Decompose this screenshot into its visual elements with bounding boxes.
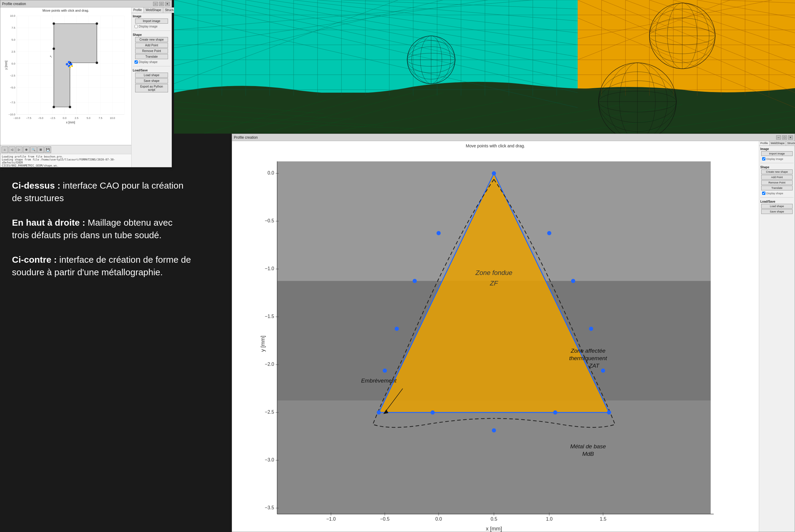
export-python-button-1[interactable]: Export as Python script [135,84,168,92]
minimize-button-1[interactable]: ─ [153,2,158,6]
display-shape-checkbox-2[interactable] [762,192,765,195]
close-button-2[interactable]: ✕ [788,135,793,139]
text-block-2: En haut à droite : Maillage obtenu avec … [12,216,191,242]
svg-text:−1.0: −1.0 [265,266,274,271]
profile-creation-window-2: Profile creation ─ □ ✕ Move points with … [232,134,795,532]
plot-svg-1: 10.0 7.5 5.0 2.5 0.0 −2.5 −5.0 −7.5 −10.… [5,13,130,127]
import-image-button-1[interactable]: Import image [135,19,168,24]
svg-point-168 [431,410,435,415]
load-shape-button-1[interactable]: Load shape [135,73,168,78]
weld-plot-svg: Zone fondue ZF Zone affectée thermiqueme… [259,149,732,532]
shape-section-1: Shape Create new shape Add Point Remove … [132,32,172,65]
svg-text:−7.5: −7.5 [26,117,32,119]
svg-point-167 [377,410,381,415]
svg-text:7.5: 7.5 [99,117,102,119]
svg-text:−1.5: −1.5 [265,314,274,319]
zoom-out-button[interactable]: 🔍 [30,147,37,153]
log-area-1: Loading profile from file bouchon.pro. L… [0,154,131,167]
tab-profile-1[interactable]: Profile [132,7,144,13]
maximize-button-2[interactable]: □ [782,135,787,139]
add-point-button-2[interactable]: Add Point [761,175,793,179]
svg-text:0.0: 0.0 [268,170,274,175]
svg-text:5.0: 5.0 [11,38,15,41]
import-image-button-2[interactable]: Import image [761,151,793,156]
image-section-2: Image Import image Display image [759,146,795,162]
label2-bold: En haut à droite : [12,217,85,227]
text-area: Ci-dessus : interface CAO pour la créati… [0,170,203,300]
svg-text:−10.0: −10.0 [8,113,15,116]
profile-creation-window-1: Profile creation ─ □ ✕ Move points with … [0,0,172,167]
tab-weldshape-1[interactable]: WeldShape [144,7,163,13]
svg-point-164 [413,279,417,283]
remove-point-button-1[interactable]: Remove Point [135,49,168,54]
svg-text:−0.5: −0.5 [265,218,274,223]
display-shape-row-1: Display shape [133,60,170,64]
svg-text:0.0: 0.0 [63,117,67,119]
create-new-shape-button-1[interactable]: Create new shape [135,37,168,42]
create-new-shape-button-2[interactable]: Create new shape [761,169,793,174]
svg-rect-56 [578,0,795,96]
svg-point-47 [66,63,68,65]
svg-point-173 [589,327,593,331]
svg-point-49 [70,63,72,65]
svg-text:10.0: 10.0 [10,14,15,17]
svg-text:−5.0: −5.0 [10,86,15,89]
tab-weldshape-2[interactable]: WeldShape [770,141,786,146]
svg-text:0.0: 0.0 [11,62,15,65]
load-save-section-2: Load/Save Load shape Save shape [759,198,795,215]
right-panel-2: Profile WeldShape Structure Image Import… [759,141,795,532]
svg-text:ZF: ZF [490,280,498,287]
svg-text:thermiquement: thermiquement [569,355,607,361]
load-save-section-1: Load/Save Load shape Save shape Export a… [132,67,172,94]
svg-point-169 [492,428,496,433]
titlebar-1: Profile creation ─ □ ✕ [0,0,172,7]
svg-text:1.5: 1.5 [600,516,606,521]
back-tool-button[interactable]: ◁ [9,147,15,153]
image-section-label: Image [133,15,170,18]
mesh-visualization [174,0,795,134]
svg-text:Métal de base: Métal de base [570,443,606,450]
svg-point-166 [383,368,387,373]
svg-text:1.0: 1.0 [546,516,552,521]
svg-point-175 [547,231,551,235]
svg-text:−0.5: −0.5 [380,516,390,521]
minimize-button-2[interactable]: ─ [776,135,781,139]
display-shape-checkbox-1[interactable] [135,60,138,64]
display-image-checkbox-1[interactable] [135,25,138,28]
display-image-checkbox-2[interactable] [762,157,765,160]
svg-text:x [mm]: x [mm] [486,526,502,532]
canvas-area-2: Move points with click and drag. [232,141,759,532]
svg-point-52 [69,66,71,68]
remove-point-button-2[interactable]: Remove Point [761,180,793,185]
svg-text:5.0: 5.0 [87,117,91,119]
display-image-row-2: Display image [760,157,794,161]
load-shape-button-2[interactable]: Load shape [761,204,793,209]
titlebar-2: Profile creation ─ □ ✕ [232,134,795,141]
tab-structure-2[interactable]: Structure [786,141,795,146]
svg-point-174 [571,279,575,283]
svg-text:Zone fondue: Zone fondue [475,269,512,277]
translate-button-2[interactable]: Translate [761,186,793,190]
forward-tool-button[interactable]: ▷ [16,147,22,153]
save-shape-button-1[interactable]: Save shape [135,78,168,83]
add-point-button-1[interactable]: Add Point [135,43,168,48]
window-title-2: Profile creation [234,135,258,139]
home-tool-button[interactable]: ⌂ [1,147,8,153]
tab-profile-2[interactable]: Profile [759,141,770,146]
close-button-1[interactable]: ✕ [165,2,170,6]
translate-button-1[interactable]: Translate [135,54,168,59]
svg-rect-160 [277,400,711,514]
right-panel-1: Profile WeldShape Structure Image Import… [131,7,172,167]
svg-text:Embrèvement: Embrèvement [361,378,397,384]
shape-section-label-2: Shape [760,166,794,169]
pan-button[interactable]: ⊞ [37,147,44,153]
svg-point-170 [553,410,557,415]
save-shape-button-2[interactable]: Save shape [761,209,793,214]
svg-text:−7.5: −7.5 [10,101,15,104]
display-shape-label-1: Display shape [139,60,157,64]
maximize-button-1[interactable]: □ [159,2,164,6]
save-fig-button[interactable]: 💾 [44,147,51,153]
svg-text:−2.5: −2.5 [50,117,55,119]
svg-point-171 [607,410,611,415]
zoom-in-button[interactable]: ⊕ [23,147,30,153]
